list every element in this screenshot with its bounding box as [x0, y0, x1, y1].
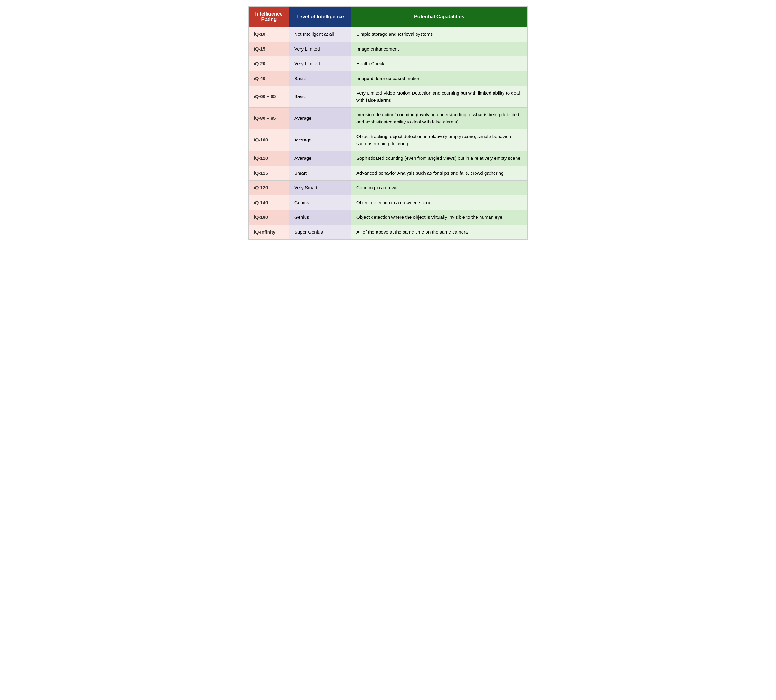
table-row: iQ-180GeniusObject detection where the o…	[249, 210, 527, 225]
cell-rating: iQ-10	[249, 27, 289, 42]
cell-rating: iQ-115	[249, 166, 289, 181]
cell-rating: iQ-40	[249, 71, 289, 86]
cell-level: Average	[289, 129, 351, 151]
cell-capabilities: Counting in a crowd	[351, 181, 527, 195]
cell-level: Smart	[289, 166, 351, 181]
cell-capabilities: Image-difference based motion	[351, 71, 527, 86]
cell-level: Very Limited	[289, 42, 351, 57]
cell-capabilities: Object detection in a crowded scene	[351, 195, 527, 210]
table-row: iQ-100AverageObject tracking; object det…	[249, 129, 527, 151]
col-header-rating: Intelligence Rating	[249, 7, 289, 27]
col-header-level: Level of Intelligence	[289, 7, 351, 27]
cell-rating: iQ-110	[249, 151, 289, 166]
cell-level: Very Smart	[289, 181, 351, 195]
cell-capabilities: Object detection where the object is vir…	[351, 210, 527, 225]
cell-capabilities: Intrusion detection/ counting (involving…	[351, 108, 527, 129]
cell-rating: iQ-140	[249, 195, 289, 210]
cell-capabilities: Very Limited Video Motion Detection and …	[351, 86, 527, 108]
table-row: iQ-10Not Intelligent at allSimple storag…	[249, 27, 527, 42]
cell-level: Very Limited	[289, 57, 351, 72]
cell-capabilities: Health Check	[351, 57, 527, 72]
cell-level: Basic	[289, 71, 351, 86]
cell-level: Basic	[289, 86, 351, 108]
intelligence-table-container: Intelligence Rating Level of Intelligenc…	[248, 6, 528, 240]
cell-level: Genius	[289, 195, 351, 210]
table-row: iQ-120Very SmartCounting in a crowd	[249, 181, 527, 195]
cell-level: Super Genius	[289, 225, 351, 240]
cell-level: Average	[289, 108, 351, 129]
cell-level: Not Intelligent at all	[289, 27, 351, 42]
table-row: iQ-115SmartAdvanced behavior Analysis su…	[249, 166, 527, 181]
col-header-capabilities: Potential Capabilities	[351, 7, 527, 27]
cell-rating: iQ-20	[249, 57, 289, 72]
cell-capabilities: Sophisticated counting (even from angled…	[351, 151, 527, 166]
cell-rating: iQ-100	[249, 129, 289, 151]
cell-rating: iQ-180	[249, 210, 289, 225]
table-row: iQ-40BasicImage-difference based motion	[249, 71, 527, 86]
cell-capabilities: Object tracking; object detection in rel…	[351, 129, 527, 151]
table-header-row: Intelligence Rating Level of Intelligenc…	[249, 7, 527, 27]
cell-level: Genius	[289, 210, 351, 225]
cell-level: Average	[289, 151, 351, 166]
cell-rating: iQ-60 – 65	[249, 86, 289, 108]
cell-rating: iQ-120	[249, 181, 289, 195]
intelligence-table: Intelligence Rating Level of Intelligenc…	[249, 7, 527, 240]
table-row: iQ-20Very LimitedHealth Check	[249, 57, 527, 72]
cell-capabilities: Simple storage and retrieval systems	[351, 27, 527, 42]
cell-rating: iQ-15	[249, 42, 289, 57]
table-row: iQ-140GeniusObject detection in a crowde…	[249, 195, 527, 210]
cell-rating: iQ-80 – 85	[249, 108, 289, 129]
cell-capabilities: Advanced behavior Analysis such as for s…	[351, 166, 527, 181]
cell-capabilities: All of the above at the same time on the…	[351, 225, 527, 240]
table-row: iQ-60 – 65BasicVery Limited Video Motion…	[249, 86, 527, 108]
table-row: iQ-InfinitySuper GeniusAll of the above …	[249, 225, 527, 240]
table-row: iQ-80 – 85AverageIntrusion detection/ co…	[249, 108, 527, 129]
cell-capabilities: Image enhancement	[351, 42, 527, 57]
cell-rating: iQ-Infinity	[249, 225, 289, 240]
table-row: iQ-15Very LimitedImage enhancement	[249, 42, 527, 57]
table-row: iQ-110AverageSophisticated counting (eve…	[249, 151, 527, 166]
